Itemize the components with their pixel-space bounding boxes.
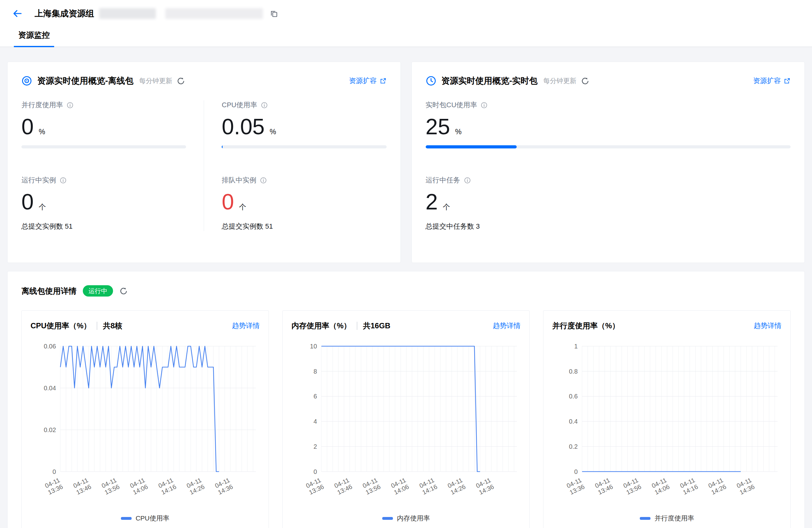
cpu-usage-line-chart: 00.020.040.0604-1113:3604-1113:4604-1113… — [31, 338, 260, 514]
info-icon[interactable] — [59, 177, 67, 184]
info-icon[interactable] — [480, 102, 488, 109]
expand-resource-link[interactable]: 资源扩容 — [753, 76, 791, 86]
refresh-icon[interactable] — [177, 77, 185, 85]
legend-marker — [640, 517, 651, 520]
svg-text:4: 4 — [313, 418, 317, 425]
trend-details-link[interactable]: 趋势详情 — [232, 321, 260, 331]
divider — [97, 322, 97, 330]
metric-unit: % — [39, 128, 45, 136]
details-header: 离线包使用详情 运行中 — [21, 285, 791, 297]
trend-details-link[interactable]: 趋势详情 — [754, 321, 781, 331]
panel-cpu-usage: CPU使用率（%） 共8核 趋势详情 00.020.040.0604-1113:… — [21, 311, 269, 528]
panel-parallelism-usage: 并行度使用率（%） 趋势详情 00.20.40.60.8104-1113:360… — [543, 311, 791, 528]
svg-text:0.6: 0.6 — [569, 393, 578, 400]
progress-bar — [222, 145, 386, 148]
progress-bar — [426, 145, 791, 148]
metric-unit: % — [270, 128, 276, 136]
overview-cards-row: 资源实时使用概览-离线包 每分钟更新 资源扩容 并行度使用率 — [7, 62, 805, 263]
legend-label: 内存使用率 — [397, 514, 430, 523]
chart-title: CPU使用率（%） — [31, 321, 91, 331]
chart-legend[interactable]: 内存使用率 — [292, 514, 521, 523]
svg-text:2: 2 — [313, 443, 317, 450]
back-button[interactable] — [11, 7, 24, 20]
svg-text:04-1113:56: 04-1113:56 — [622, 477, 642, 496]
info-icon[interactable] — [260, 177, 267, 184]
svg-text:04-1114:06: 04-1114:06 — [651, 477, 671, 496]
chart-subtitle: 共8核 — [103, 321, 122, 331]
update-hint: 每分钟更新 — [139, 76, 172, 85]
progress-bar — [21, 145, 186, 148]
charts-row: CPU使用率（%） 共8核 趋势详情 00.020.040.0604-1113:… — [21, 311, 791, 528]
card-offline-usage-details: 离线包使用详情 运行中 CPU使用率（%） 共8核 趋势详情 00.020.04… — [7, 271, 805, 528]
svg-text:0.2: 0.2 — [569, 443, 578, 450]
svg-text:04-1114:06: 04-1114:06 — [390, 477, 410, 496]
realtime-metrics: 实时包CU使用率 25 % 运行中任务 — [426, 100, 791, 231]
copy-icon[interactable] — [269, 8, 279, 19]
svg-text:04-1113:46: 04-1113:46 — [594, 477, 614, 496]
legend-marker — [382, 517, 393, 520]
realtime-column: 实时包CU使用率 25 % 运行中任务 — [426, 100, 791, 231]
chart-legend[interactable]: CPU使用率 — [31, 514, 260, 523]
refresh-icon[interactable] — [119, 287, 128, 295]
metric-value: 0.05 — [222, 115, 264, 139]
card-realtime-overview: 资源实时使用概览-实时包 每分钟更新 资源扩容 实时包CU使用率 — [411, 62, 805, 263]
external-link-icon — [380, 77, 387, 84]
status-badge: 运行中 — [83, 285, 113, 297]
panel-memory-usage: 内存使用率（%） 共16GB 趋势详情 024681004-1113:3604-… — [282, 311, 530, 528]
metric-queued-instances: 排队中实例 0 个 总提交实例数 51 — [222, 176, 386, 231]
offline-right-column: CPU使用率 0.05 % 排队中实例 — [204, 100, 386, 231]
metric-footer: 总提交中任务数 3 — [426, 222, 791, 231]
metric-parallelism-usage: 并行度使用率 0 % — [21, 100, 186, 148]
svg-text:04-1114:26: 04-1114:26 — [186, 477, 206, 496]
metric-cu-usage: 实时包CU使用率 25 % — [426, 100, 791, 148]
metric-label: 实时包CU使用率 — [426, 100, 477, 110]
chart-title: 内存使用率（%） — [292, 321, 351, 331]
svg-text:6: 6 — [313, 393, 317, 400]
metric-label: 排队中实例 — [222, 176, 256, 185]
refresh-icon[interactable] — [581, 77, 590, 85]
svg-text:04-1114:26: 04-1114:26 — [707, 477, 727, 496]
gauge-icon — [21, 75, 32, 86]
svg-text:04-1114:36: 04-1114:36 — [475, 477, 495, 496]
expand-resource-label: 资源扩容 — [753, 76, 781, 86]
legend-marker — [121, 517, 132, 520]
update-hint: 每分钟更新 — [543, 76, 577, 85]
svg-text:0: 0 — [313, 468, 317, 475]
svg-text:04-1113:36: 04-1113:36 — [44, 477, 64, 496]
trend-details-link[interactable]: 趋势详情 — [493, 321, 520, 331]
chart-title: 并行度使用率（%） — [552, 321, 619, 331]
svg-text:04-1114:16: 04-1114:16 — [679, 477, 699, 496]
page-title: 上海集成资源组 — [35, 8, 94, 19]
card-offline-overview: 资源实时使用概览-离线包 每分钟更新 资源扩容 并行度使用率 — [7, 62, 401, 263]
chart-subtitle: 共16GB — [363, 321, 390, 331]
metric-running-tasks: 运行中任务 2 个 总提交中任务数 3 — [426, 176, 791, 231]
metric-unit: 个 — [443, 202, 450, 212]
content-area: 资源实时使用概览-离线包 每分钟更新 资源扩容 并行度使用率 — [0, 47, 812, 528]
offline-metrics: 并行度使用率 0 % 运行中实例 — [21, 100, 387, 231]
svg-text:04-1114:16: 04-1114:16 — [157, 477, 177, 496]
legend-label: 并行度使用率 — [655, 514, 694, 523]
svg-text:04-1114:36: 04-1114:36 — [214, 477, 234, 496]
metric-value: 0 — [222, 190, 234, 214]
chart-legend[interactable]: 并行度使用率 — [552, 514, 781, 523]
svg-text:0.02: 0.02 — [44, 426, 56, 433]
expand-resource-label: 资源扩容 — [349, 76, 377, 86]
parallelism-usage-line-chart: 00.20.40.60.8104-1113:3604-1113:4604-111… — [552, 338, 781, 514]
info-icon[interactable] — [261, 102, 268, 109]
svg-text:04-1113:36: 04-1113:36 — [305, 477, 325, 496]
metric-footer: 总提交实例数 51 — [21, 222, 186, 231]
svg-text:0.4: 0.4 — [569, 418, 578, 425]
info-icon[interactable] — [464, 177, 471, 184]
details-title: 离线包使用详情 — [21, 286, 76, 296]
metric-footer: 总提交实例数 51 — [222, 222, 386, 231]
tab-resource-monitor[interactable]: 资源监控 — [14, 30, 54, 47]
svg-text:04-1113:46: 04-1113:46 — [72, 477, 92, 496]
info-icon[interactable] — [67, 102, 74, 109]
redacted-text-block — [99, 8, 156, 19]
metric-value: 0 — [21, 115, 34, 139]
metric-label: 运行中实例 — [21, 176, 56, 185]
metric-cpu-usage: CPU使用率 0.05 % — [222, 100, 386, 148]
expand-resource-link[interactable]: 资源扩容 — [349, 76, 387, 86]
svg-text:04-1114:36: 04-1114:36 — [736, 477, 756, 496]
progress-fill — [222, 145, 222, 148]
